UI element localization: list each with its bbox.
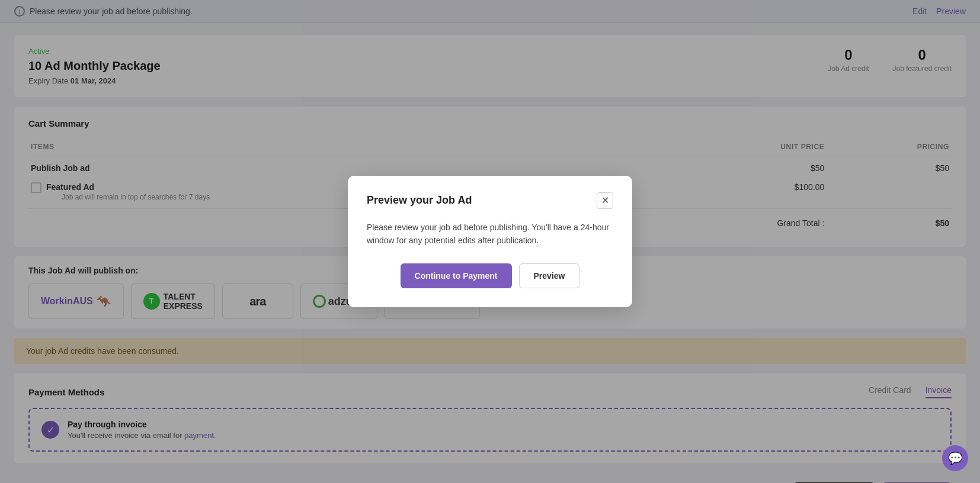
- chat-bubble[interactable]: 💬: [942, 445, 968, 471]
- modal-overlay[interactable]: Preview your Job Ad ✕ Please review your…: [0, 0, 980, 483]
- modal-footer: Continue to Payment Preview: [367, 263, 613, 288]
- modal: Preview your Job Ad ✕ Please review your…: [348, 176, 632, 308]
- modal-preview-button[interactable]: Preview: [519, 263, 580, 288]
- modal-body: Please review your job ad before publish…: [367, 221, 613, 247]
- modal-title: Preview your Job Ad: [367, 194, 472, 207]
- modal-header: Preview your Job Ad ✕: [367, 192, 613, 209]
- modal-close-button[interactable]: ✕: [597, 192, 613, 209]
- modal-continue-button[interactable]: Continue to Payment: [401, 263, 512, 288]
